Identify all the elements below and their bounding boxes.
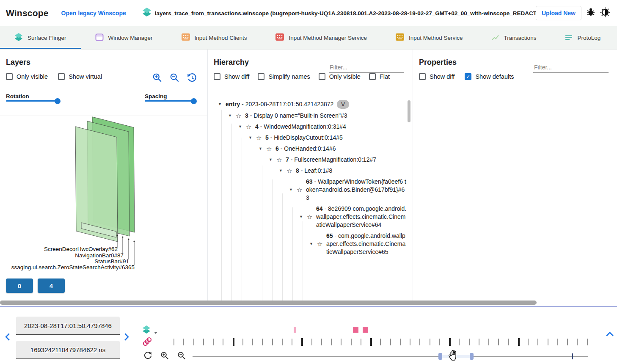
star-icon[interactable]: ☆ bbox=[236, 112, 245, 120]
zoom-in-icon[interactable] bbox=[152, 73, 163, 85]
range-handle-left[interactable] bbox=[438, 353, 442, 360]
tree-scrollbar[interactable] bbox=[408, 100, 410, 122]
timestamp-ns-input[interactable] bbox=[16, 341, 120, 359]
tree-node-6[interactable]: ▼ ☆ 6 - OneHanded:0:14#6 bbox=[214, 145, 407, 153]
tree-node-entry[interactable]: ▼ entry - 2023-08-28T17:01:50.421423872V bbox=[214, 100, 407, 109]
star-icon[interactable]: ☆ bbox=[286, 167, 296, 175]
ruler-tick bbox=[498, 339, 499, 345]
collapse-timeline-chevron-icon[interactable] bbox=[606, 331, 614, 339]
reset-view-history-icon[interactable] bbox=[187, 73, 197, 85]
ruler-tick bbox=[537, 339, 538, 345]
timestamp-human-input[interactable] bbox=[16, 317, 120, 335]
chevron-down-icon[interactable]: ▼ bbox=[228, 112, 236, 120]
show-diff-checkbox[interactable]: Show diff bbox=[214, 73, 249, 80]
checkbox-box[interactable] bbox=[58, 73, 65, 80]
star-icon[interactable]: ☆ bbox=[266, 145, 275, 153]
main-content: Layers Only visible Show virtual bbox=[0, 50, 617, 301]
refresh-icon[interactable] bbox=[143, 351, 152, 362]
spacing-slider-track[interactable] bbox=[145, 100, 194, 102]
chevron-down-icon[interactable]: ▼ bbox=[279, 167, 286, 175]
spacing-slider-thumb[interactable] bbox=[191, 98, 197, 104]
open-legacy-winscope-link[interactable]: Open legacy Winscope bbox=[61, 10, 126, 17]
chevron-down-icon[interactable]: ▼ bbox=[309, 240, 317, 248]
show-defaults-checkbox[interactable]: ✓ Show defaults bbox=[465, 73, 514, 80]
checkbox-box[interactable] bbox=[214, 73, 220, 80]
star-icon[interactable]: ☆ bbox=[246, 123, 255, 131]
properties-filter-input[interactable] bbox=[533, 62, 609, 73]
tree-node-3[interactable]: ▼ ☆ 3 - Display 0 name="Built-in Screen"… bbox=[214, 112, 407, 120]
display-index-button-0[interactable]: 0 bbox=[6, 279, 33, 293]
star-icon[interactable]: ☆ bbox=[256, 134, 265, 142]
upload-new-button[interactable]: Upload New bbox=[536, 6, 581, 20]
rotation-slider-track[interactable] bbox=[6, 100, 58, 102]
chevron-down-icon[interactable]: ▼ bbox=[218, 100, 226, 108]
chevron-down-icon[interactable]: ▼ bbox=[289, 186, 297, 194]
dark-mode-toggle-icon[interactable] bbox=[600, 7, 610, 19]
tree-node-5[interactable]: ▼ ☆ 5 - HideDisplayCutout:0:14#5 bbox=[214, 134, 407, 142]
show-virtual-checkbox[interactable]: Show virtual bbox=[58, 73, 102, 80]
zoom-in-icon[interactable] bbox=[160, 351, 169, 362]
tree-node-7[interactable]: ▼ ☆ 7 - FullscreenMagnification:0:12#7 bbox=[214, 156, 407, 164]
chevron-down-icon[interactable]: ▼ bbox=[299, 213, 307, 221]
checkbox-box[interactable] bbox=[369, 73, 376, 80]
checkbox-box[interactable] bbox=[258, 73, 264, 80]
tab-window-manager[interactable]: Window Manager bbox=[81, 26, 167, 49]
tab-input-method-clients[interactable]: Input Method Clients bbox=[167, 26, 262, 49]
bug-report-icon[interactable] bbox=[586, 7, 596, 19]
tab-input-method-manager-service[interactable]: Input Method Manager Service bbox=[261, 26, 381, 49]
ruler-tick bbox=[262, 339, 263, 345]
tab-label: Window Manager bbox=[108, 35, 153, 41]
range-track-right[interactable] bbox=[474, 356, 588, 357]
only-visible-checkbox[interactable]: Only visible bbox=[6, 73, 48, 80]
ruler-tick bbox=[449, 338, 451, 346]
horizontal-scrollbar[interactable] bbox=[0, 300, 617, 305]
hierarchy-panel-title: Hierarchy bbox=[214, 58, 249, 67]
display-index-button-4[interactable]: 4 bbox=[38, 279, 65, 293]
range-track-left[interactable] bbox=[193, 356, 438, 357]
rotation-slider-thumb[interactable] bbox=[55, 98, 61, 104]
tab-transitions[interactable]: Transitions bbox=[615, 26, 617, 49]
tree-node-8[interactable]: ▼ ☆ 8 - Leaf:0:1#8 bbox=[214, 167, 407, 175]
active-trace-layers-icon[interactable] bbox=[142, 325, 151, 336]
horizontal-scrollbar-thumb[interactable] bbox=[0, 301, 537, 305]
previous-entry-chevron-icon[interactable] bbox=[4, 333, 11, 343]
tab-surface-flinger[interactable]: Surface Flinger bbox=[0, 26, 81, 49]
tab-protolog[interactable]: ProtoLog bbox=[551, 26, 615, 49]
checkbox-box[interactable] bbox=[319, 73, 325, 80]
tree-node-64[interactable]: ▼ ☆ 64 - 8e26909 com.google.android.wall… bbox=[214, 205, 407, 229]
flat-checkbox[interactable]: Flat bbox=[369, 73, 390, 80]
chevron-down-icon[interactable]: ▼ bbox=[238, 123, 246, 131]
checkbox-label: Only visible bbox=[329, 73, 361, 80]
tree-node-4[interactable]: ▼ ☆ 4 - WindowedMagnification:0:31#4 bbox=[214, 123, 407, 131]
transition-trace-icon[interactable] bbox=[143, 337, 152, 348]
next-entry-chevron-icon[interactable] bbox=[123, 333, 130, 343]
vsync-chip: V bbox=[337, 100, 349, 109]
star-icon[interactable]: ☆ bbox=[276, 156, 286, 164]
layer-label: ScreenDecorHwcOverlay#62 bbox=[44, 246, 118, 252]
ruler-tick bbox=[361, 339, 361, 345]
star-icon[interactable]: ☆ bbox=[317, 240, 326, 248]
tab-input-method-service[interactable]: Input Method Service bbox=[381, 26, 477, 49]
checkbox-box[interactable] bbox=[419, 73, 426, 80]
range-handle-right[interactable] bbox=[470, 353, 474, 360]
indent-guide bbox=[252, 152, 252, 301]
transition-event-marker bbox=[294, 327, 296, 333]
tab-transactions[interactable]: Transactions bbox=[477, 26, 551, 49]
chevron-down-icon[interactable]: ▼ bbox=[248, 134, 256, 142]
chevron-down-icon[interactable]: ▼ bbox=[259, 145, 266, 153]
hierarchy-filter-input[interactable] bbox=[329, 62, 404, 73]
star-icon[interactable]: ☆ bbox=[297, 186, 306, 194]
zoom-out-icon[interactable] bbox=[177, 351, 186, 362]
only-visible-checkbox[interactable]: Only visible bbox=[319, 73, 361, 80]
tree-node-63[interactable]: ▼ ☆ 63 - WallpaperWindowToken{fa0eef6 to… bbox=[214, 178, 407, 202]
star-icon[interactable]: ☆ bbox=[307, 213, 316, 221]
tree-node-65[interactable]: ▼ ☆ 65 - com.google.android.wallpaper.ef… bbox=[214, 232, 407, 256]
trace-selector-caret-icon[interactable] bbox=[154, 332, 157, 334]
transition-event-marker bbox=[363, 327, 368, 333]
show-diff-checkbox[interactable]: Show diff bbox=[419, 73, 454, 80]
zoom-out-icon[interactable] bbox=[170, 73, 180, 85]
simplify-names-checkbox[interactable]: Simplify names bbox=[258, 73, 310, 80]
checkbox-box[interactable] bbox=[6, 73, 13, 80]
checkbox-box[interactable]: ✓ bbox=[465, 73, 471, 80]
chevron-down-icon[interactable]: ▼ bbox=[269, 156, 276, 164]
